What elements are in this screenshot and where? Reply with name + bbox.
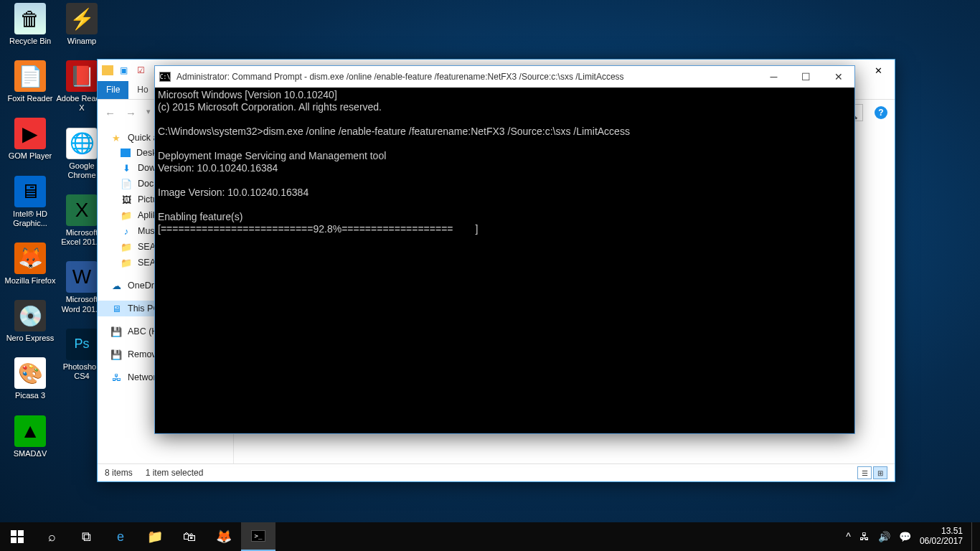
tray-action-center-icon[interactable]: 💬 xyxy=(899,531,911,542)
folder-icon: 📁 xyxy=(121,241,132,253)
cmd-line: (c) 2015 Microsoft Corporation. All righ… xyxy=(158,101,382,113)
qat-checkbox-icon[interactable]: ☑ xyxy=(133,63,148,77)
taskbar-app-cmd[interactable]: >_ xyxy=(241,522,275,551)
command-prompt-window[interactable]: C:\ Administrator: Command Prompt - dism… xyxy=(155,66,854,433)
recycle-bin-icon: 🗑 xyxy=(14,3,46,34)
picasa-icon: 🎨 xyxy=(14,357,46,389)
tray-network-icon[interactable]: 🖧 xyxy=(859,531,870,542)
cmd-close-button[interactable]: ✕ xyxy=(822,66,854,88)
status-selected-count: 1 item selected xyxy=(146,468,204,478)
star-icon: ★ xyxy=(110,132,122,143)
tab-home[interactable]: Ho xyxy=(128,81,156,99)
windows-logo-icon xyxy=(11,530,24,543)
task-view-button[interactable]: ⧉ xyxy=(69,522,103,551)
explorer-system-icon[interactable] xyxy=(102,65,113,75)
desktop-icon-label: Foxit Reader xyxy=(4,94,56,103)
view-details-button[interactable]: ☰ xyxy=(857,466,872,479)
disk-icon: 💾 xyxy=(110,349,122,360)
svg-rect-0 xyxy=(11,530,17,536)
desktop-icon-label: Intel® HD Graphic... xyxy=(4,209,56,228)
desktop-icon-nero[interactable]: 💿Nero Express xyxy=(4,300,56,343)
pc-icon: 🖥 xyxy=(110,303,122,314)
photoshop-icon: Ps xyxy=(66,329,98,360)
svg-rect-3 xyxy=(18,537,24,543)
desktop-icon-firefox[interactable]: 🦊Mozilla Firefox xyxy=(4,242,56,286)
cmd-icon: >_ xyxy=(251,530,265,542)
cmd-title-text: Administrator: Command Prompt - dism.exe… xyxy=(176,72,624,82)
desktop-icon-label: Picasa 3 xyxy=(4,391,56,400)
cmd-titlebar[interactable]: C:\ Administrator: Command Prompt - dism… xyxy=(155,66,854,88)
system-tray: ^ 🖧 🔊 💬 13.51 06/02/2017 xyxy=(846,522,980,551)
nero-icon: 💿 xyxy=(14,300,46,331)
smadav-icon: ▲ xyxy=(14,415,46,447)
tray-volume-icon[interactable]: 🔊 xyxy=(878,531,890,542)
desktop-icon-picasa[interactable]: 🎨Picasa 3 xyxy=(4,357,56,400)
intel-icon: 🖥 xyxy=(14,176,46,207)
explorer-status-bar: 8 items 1 item selected ☰ ⊞ xyxy=(98,463,895,481)
search-button[interactable]: ⌕ xyxy=(34,522,69,551)
tray-time: 13.51 xyxy=(920,527,963,537)
taskbar-app-firefox[interactable]: 🦊 xyxy=(207,522,241,551)
desktop-icon-smadav[interactable]: ▲SMADΔV xyxy=(4,415,56,458)
desktop-icon-label: Mozilla Firefox xyxy=(4,276,56,286)
desktop-icon-label: Recycle Bin xyxy=(4,37,56,46)
status-item-count: 8 items xyxy=(105,468,133,478)
qat-properties-icon[interactable]: ▣ xyxy=(116,63,131,77)
tab-file[interactable]: File xyxy=(98,81,128,99)
desktop-icon-label: Winamp xyxy=(56,37,108,46)
taskbar: ⌕ ⧉ e 📁 🛍 🦊 >_ ^ 🖧 🔊 💬 13.51 06/02/2017 xyxy=(0,522,980,551)
word-icon: W xyxy=(66,261,98,293)
document-icon: 📄 xyxy=(121,178,132,189)
cmd-line: C:\Windows\system32>dism.exe /online /en… xyxy=(158,126,630,137)
onedrive-icon: ☁ xyxy=(110,280,122,291)
network-icon: 🖧 xyxy=(110,372,122,383)
winamp-icon: ⚡ xyxy=(66,3,98,34)
download-icon: ⬇ xyxy=(121,162,132,174)
cmd-line: Deployment Image Servicing and Managemen… xyxy=(158,150,386,161)
cmd-line: Enabling feature(s) xyxy=(158,211,242,222)
taskbar-app-edge[interactable]: e xyxy=(103,522,138,551)
cmd-line: Version: 10.0.10240.16384 xyxy=(158,162,278,174)
desktop-icon-foxit[interactable]: 📄Foxit Reader xyxy=(4,60,56,103)
chrome-icon: 🌐 xyxy=(66,128,98,159)
nav-back-button[interactable]: ← xyxy=(105,107,116,119)
music-icon: ♪ xyxy=(121,225,132,237)
sidebar-item-label: Quick a xyxy=(128,133,158,143)
folder-icon: 📁 xyxy=(121,257,132,268)
cmd-maximize-button[interactable]: ☐ xyxy=(790,66,822,88)
cmd-output[interactable]: Microsoft Windows [Version 10.0.10240] (… xyxy=(155,88,854,433)
cmd-system-icon[interactable]: C:\ xyxy=(159,72,171,82)
desktop-icon xyxy=(121,149,131,157)
desktop-icon-recycle-bin[interactable]: 🗑Recycle Bin xyxy=(4,3,56,46)
desktop-icon-winamp[interactable]: ⚡Winamp xyxy=(56,3,108,46)
show-desktop-button[interactable] xyxy=(971,522,976,551)
taskbar-app-explorer[interactable]: 📁 xyxy=(138,522,172,551)
cmd-line: Image Version: 10.0.10240.16384 xyxy=(158,187,308,198)
nav-forward-button[interactable]: → xyxy=(126,107,136,119)
cmd-minimize-button[interactable]: ─ xyxy=(758,66,790,88)
desktop-icon-intel[interactable]: 🖥Intel® HD Graphic... xyxy=(4,176,56,228)
view-large-icons-button[interactable]: ⊞ xyxy=(873,466,887,479)
adobe-icon: 📕 xyxy=(66,60,98,92)
excel-icon: X xyxy=(66,194,98,226)
firefox-icon: 🦊 xyxy=(14,242,46,274)
desktop-icon-label: GOM Player xyxy=(4,151,56,161)
folder-icon: 📁 xyxy=(121,209,132,221)
svg-rect-2 xyxy=(11,537,17,543)
start-button[interactable] xyxy=(0,522,34,551)
gom-icon: ▶ xyxy=(14,118,46,149)
tray-chevron-up-icon[interactable]: ^ xyxy=(846,531,851,542)
help-button[interactable]: ? xyxy=(875,106,887,119)
explorer-close-button[interactable]: ✕ xyxy=(862,60,895,81)
pictures-icon: 🖼 xyxy=(121,194,132,205)
disk-icon: 💾 xyxy=(110,326,122,337)
cmd-line: Microsoft Windows [Version 10.0.10240] xyxy=(158,89,337,100)
desktop-icon-label: Nero Express xyxy=(4,334,56,343)
desktop-icon-gom[interactable]: ▶GOM Player xyxy=(4,118,56,161)
nav-history-dropdown[interactable]: ▾ xyxy=(146,107,151,119)
desktop-icon-label: SMADΔV xyxy=(4,449,56,458)
tray-date: 06/02/2017 xyxy=(920,537,963,547)
taskbar-app-store[interactable]: 🛍 xyxy=(172,522,207,551)
foxit-icon: 📄 xyxy=(14,60,46,92)
tray-clock[interactable]: 13.51 06/02/2017 xyxy=(920,527,963,547)
